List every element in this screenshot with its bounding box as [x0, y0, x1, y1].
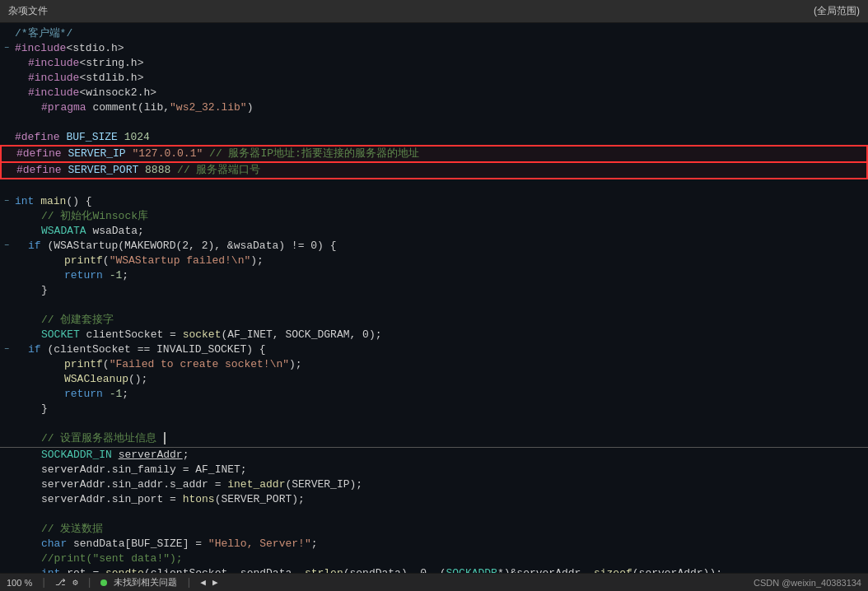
fold-minus-2[interactable]: −	[0, 41, 13, 56]
fold-spacer-3	[0, 56, 13, 71]
code-line-27	[0, 416, 868, 431]
code-line-33	[0, 507, 868, 522]
code-line-3: #include<string.h>	[0, 56, 868, 71]
code-line-17: return -1;	[0, 268, 868, 283]
code-line-9: #define SERVER_IP "127.0.0.1" // 服务器IP地址…	[0, 145, 868, 162]
code-line-29: SOCKADDR_IN serverAddr;	[0, 448, 868, 463]
code-text-5: #include<winsock2.h>	[15, 86, 865, 100]
code-line-24: WSACleanup();	[0, 372, 868, 387]
code-line-2: − #include<stdio.h>	[0, 41, 868, 56]
title-filename: 杂项文件	[8, 4, 48, 18]
code-line-36: //print("sent data!");	[0, 551, 868, 566]
fold-minus-22[interactable]: −	[0, 342, 13, 357]
settings-icon[interactable]: ⚙	[72, 577, 78, 588]
error-text: 未找到相关问题	[114, 576, 177, 589]
fold-spacer-1	[0, 26, 13, 41]
code-line-12: − int main() {	[0, 194, 868, 209]
code-line-20: // 创建套接字	[0, 313, 868, 328]
title-scope: (全局范围)	[814, 4, 860, 18]
code-line-30: serverAddr.sin_family = AF_INET;	[0, 463, 868, 477]
code-line-10: #define SERVER_PORT 8888 // 服务器端口号	[0, 162, 868, 179]
code-line-8: #define BUF_SIZE 1024	[0, 130, 868, 145]
fold-spacer-4	[0, 71, 13, 86]
code-text-1: /*客户端*/	[15, 26, 865, 41]
code-line-35: char sendData[BUF_SIZE] = "Hello, Server…	[0, 537, 868, 551]
code-line-21: SOCKET clientSocket = socket(AF_INET, SO…	[0, 328, 868, 342]
git-icon[interactable]: ⎇	[55, 577, 66, 588]
toolbar-sep-1: |	[40, 576, 47, 589]
code-text-6: #pragma comment(lib,"ws2_32.lib")	[15, 100, 865, 115]
code-text-2: #include<stdio.h>	[15, 41, 865, 56]
code-line-16: printf("WSAStartup failed!\n");	[0, 254, 868, 268]
code-line-4: #include<stdlib.h>	[0, 71, 868, 86]
code-line-6: #pragma comment(lib,"ws2_32.lib")	[0, 100, 868, 115]
code-line-34: // 发送数据	[0, 522, 868, 537]
nav-left-icon[interactable]: ◀	[200, 577, 206, 588]
code-line-1: /*客户端*/	[0, 26, 868, 41]
code-editor: /*客户端*/ − #include<stdio.h> #include<str…	[0, 23, 868, 573]
code-line-22: − if (clientSocket == INVALID_SOCKET) {	[0, 342, 868, 357]
code-line-25: return -1;	[0, 387, 868, 402]
status-indicator	[100, 579, 107, 586]
code-line-14: WSADATA wsaData;	[0, 224, 868, 239]
code-line-18: }	[0, 283, 868, 298]
fold-spacer-6	[0, 100, 13, 115]
code-line-13: // 初始化Winsock库	[0, 209, 868, 224]
code-line-7	[0, 115, 868, 130]
code-text-3: #include<string.h>	[15, 56, 865, 71]
watermark: CSDN @weixin_40383134	[754, 578, 861, 588]
nav-right-icon[interactable]: ▶	[212, 577, 218, 588]
code-line-19	[0, 298, 868, 313]
code-line-32: serverAddr.sin_port = htons(SERVER_PORT)…	[0, 492, 868, 507]
fold-minus-12[interactable]: −	[0, 194, 13, 209]
code-line-37: int ret = sendto(clientSocket, sendData,…	[0, 566, 868, 573]
title-bar: 杂项文件 (全局范围)	[0, 0, 868, 23]
code-line-5: #include<winsock2.h>	[0, 86, 868, 100]
code-line-26: }	[0, 402, 868, 416]
code-line-23: printf("Failed to create socket!\n");	[0, 357, 868, 372]
code-line-28: // 设置服务器地址信息	[0, 431, 868, 448]
code-line-15: − if (WSAStartup(MAKEWORD(2, 2), &wsaDat…	[0, 239, 868, 254]
toolbar-sep-2: |	[86, 576, 93, 589]
fold-spacer-5	[0, 86, 13, 100]
zoom-level: 100 %	[7, 578, 32, 588]
toolbar-sep-3: |	[185, 576, 192, 589]
fold-minus-15[interactable]: −	[0, 239, 13, 254]
code-line-11	[0, 179, 868, 194]
code-text-4: #include<stdlib.h>	[15, 71, 865, 86]
bottom-toolbar: 100 % | ⎇ ⚙ | 未找到相关问题 | ◀ ▶ CSDN @weixin…	[0, 573, 868, 591]
code-line-31: serverAddr.sin_addr.s_addr = inet_addr(S…	[0, 477, 868, 492]
